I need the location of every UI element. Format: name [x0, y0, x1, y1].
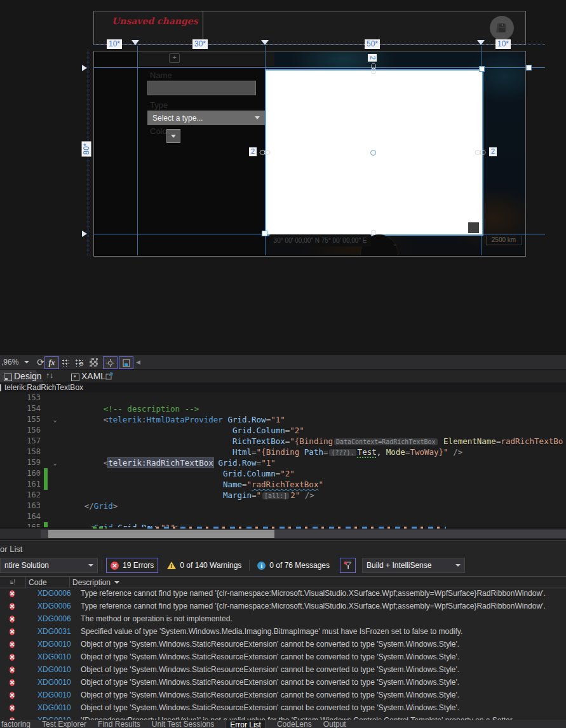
- code-line-160[interactable]: 160 Grid.Column="2": [0, 468, 566, 479]
- code-line-155[interactable]: 155⌄ <telerik:HtmlDataProvider Grid.Row=…: [0, 414, 566, 425]
- code-line-158[interactable]: 158 Html="{Binding Path=(???).Test, Mode…: [0, 447, 566, 457]
- margin-chain-icon[interactable]: [475, 149, 486, 156]
- code-line-156[interactable]: 156 Grid.Column="2": [0, 425, 566, 436]
- column-width-badge[interactable]: 10*: [495, 39, 511, 49]
- margin-badge[interactable]: 2: [489, 147, 497, 156]
- popout-icon[interactable]: [105, 372, 114, 380]
- error-code[interactable]: XDG0031: [35, 627, 78, 636]
- code-line-162[interactable]: 162 Margin="[all:]2" />: [0, 490, 566, 501]
- refresh-icon[interactable]: ⟳: [37, 356, 44, 368]
- column-splitter-handle[interactable]: [131, 40, 139, 45]
- code-line-153[interactable]: 153: [0, 393, 566, 403]
- error-code[interactable]: XDG0006: [35, 614, 78, 623]
- xaml-code-editor[interactable]: 153154 <!-- description -->155⌄ <telerik…: [0, 393, 566, 527]
- error-row[interactable]: ✕XDG0010Object of type 'System.Windows.S…: [0, 689, 566, 701]
- column-width-badge[interactable]: 30*: [192, 39, 208, 49]
- error-code[interactable]: XDG0010: [35, 691, 78, 699]
- bottom-tab-factoring[interactable]: factoring: [1, 720, 30, 728]
- save-button[interactable]: [490, 16, 514, 40]
- collapse-left-icon[interactable]: ◀: [136, 356, 140, 368]
- bottom-tab-output[interactable]: Output: [323, 720, 346, 728]
- snapping-toggle-icon[interactable]: [90, 356, 98, 368]
- error-code[interactable]: XDG0010: [35, 703, 78, 712]
- column-splitter-handle[interactable]: [477, 40, 485, 45]
- error-row[interactable]: ✕XDG0031Specified value of type 'System.…: [0, 625, 566, 638]
- swap-panes-icon[interactable]: ↑↓: [46, 371, 53, 380]
- error-row[interactable]: ✕XDG0010Object of type 'System.Windows.S…: [0, 638, 566, 650]
- errors-count-label: 19 Errors: [123, 561, 154, 570]
- scope-dropdown[interactable]: ntire Solution: [0, 558, 98, 573]
- error-code[interactable]: XDG0010: [35, 652, 78, 661]
- code-column-header[interactable]: Code: [26, 577, 70, 588]
- error-code[interactable]: XDG0006: [35, 589, 78, 598]
- row-splitter-handle[interactable]: [82, 65, 87, 71]
- designer-zoom-value[interactable]: ,96%: [1, 356, 18, 368]
- code-line-159[interactable]: 159⌄ <telerik:RadRichTextBox Grid.Row="1…: [0, 457, 566, 468]
- type-label: Type: [150, 100, 168, 110]
- column-splitter-handle[interactable]: [261, 40, 269, 45]
- error-row[interactable]: ✕XDG0006The method or operation is not i…: [0, 612, 566, 625]
- error-row[interactable]: ✕XDG0010Object of type 'System.Windows.S…: [0, 650, 566, 663]
- editor-breadcrumb-bar: [0, 382, 566, 393]
- bottom-tab-codelens[interactable]: CodeLens: [277, 720, 312, 728]
- bottom-tab-test-explorer[interactable]: Test Explorer: [42, 720, 86, 728]
- warnings-filter-button[interactable]: ! 0 of 140 Warnings: [163, 558, 245, 572]
- fold-chevron-icon[interactable]: ⌄: [50, 522, 60, 527]
- code-line-161[interactable]: 161 Name="radRichTextBox": [0, 479, 566, 490]
- row-splitter-handle[interactable]: [82, 231, 87, 237]
- code-line-154[interactable]: 154 <!-- description -->: [0, 403, 566, 414]
- error-row[interactable]: ✕XDG0006Type reference cannot find type …: [0, 587, 566, 600]
- margin-badge[interactable]: 2: [368, 54, 377, 62]
- tab-design[interactable]: Design: [14, 371, 42, 381]
- error-row[interactable]: ✕XDG0010Object of type 'System.Windows.S…: [0, 676, 566, 689]
- effects-toggle-button[interactable]: fx: [44, 356, 59, 369]
- margin-chain-icon[interactable]: [259, 149, 271, 156]
- breadcrumb[interactable]: telerik:RadRichTextBox: [4, 383, 83, 392]
- margin-badge[interactable]: 2: [249, 147, 257, 156]
- bottom-tab-unit-test-sessions[interactable]: Unit Test Sessions: [152, 720, 215, 728]
- zoom-dropdown-caret[interactable]: [24, 356, 29, 368]
- editor-hscrollbar-thumb[interactable]: [48, 530, 274, 538]
- selection-handle[interactable]: [479, 66, 485, 72]
- error-code[interactable]: XDG0010: [35, 640, 78, 649]
- bottom-tab-find-results[interactable]: Find Results: [98, 720, 140, 728]
- tab-xaml[interactable]: XAML: [81, 371, 105, 381]
- error-code[interactable]: XDG0010: [35, 665, 78, 674]
- severity-column-header[interactable]: ≡!: [0, 577, 26, 588]
- snap-grid-settings-icon[interactable]: ⚙: [74, 356, 84, 368]
- error-row[interactable]: ✕XDG0010'{DependencyProperty.UnsetValue}…: [0, 714, 566, 720]
- fold-chevron-icon[interactable]: ⌄: [50, 457, 60, 468]
- error-row[interactable]: ✕XDG0010Object of type 'System.Windows.S…: [0, 663, 566, 676]
- type-combobox[interactable]: Select a type...: [147, 111, 265, 125]
- selection-handle[interactable]: [526, 65, 532, 71]
- designed-ribbon-area[interactable]: Unsaved changes: [93, 11, 526, 44]
- source-dropdown[interactable]: Build + IntelliSense: [362, 558, 465, 573]
- filter-button[interactable]: [340, 558, 356, 573]
- description-column-header[interactable]: Description: [70, 577, 566, 588]
- messages-filter-button[interactable]: i 0 of 76 Messages: [253, 558, 334, 572]
- resize-grip[interactable]: [468, 222, 479, 233]
- error-code[interactable]: XDG0006: [35, 602, 78, 610]
- show-grid-icon[interactable]: [61, 356, 69, 368]
- error-row[interactable]: ✕XDG0010Object of type 'System.Windows.S…: [0, 701, 566, 714]
- code-line-163[interactable]: 163 </Grid>: [0, 501, 566, 511]
- change-bar: [44, 403, 48, 414]
- bottom-tab-error-list[interactable]: Error List: [226, 720, 266, 728]
- errors-filter-button[interactable]: ✕ 19 Errors: [106, 558, 158, 573]
- error-code[interactable]: XDG0010: [35, 678, 78, 687]
- code-line-164[interactable]: 164: [0, 511, 566, 522]
- snaplines-toggle-button[interactable]: [103, 356, 118, 369]
- name-textbox[interactable]: [147, 81, 256, 95]
- color-dropdown-button[interactable]: [166, 129, 180, 143]
- row-height-badge[interactable]: 80*: [82, 141, 91, 156]
- panel-title: or List: [0, 544, 22, 554]
- column-width-badge[interactable]: 50*: [365, 39, 380, 49]
- column-width-badge[interactable]: 10*: [107, 39, 122, 49]
- margin-chain-icon[interactable]: [370, 63, 377, 74]
- annotations-toggle-button[interactable]: [119, 356, 133, 369]
- code-line-157[interactable]: 157 RichTextBox="{BindingDataContext=Rad…: [0, 436, 566, 447]
- fold-chevron-icon[interactable]: ⌄: [50, 414, 60, 425]
- error-row[interactable]: ✕XDG0006Type reference cannot find type …: [0, 600, 566, 612]
- add-folder-icon[interactable]: +: [169, 53, 180, 63]
- error-icon: ✕: [10, 679, 15, 686]
